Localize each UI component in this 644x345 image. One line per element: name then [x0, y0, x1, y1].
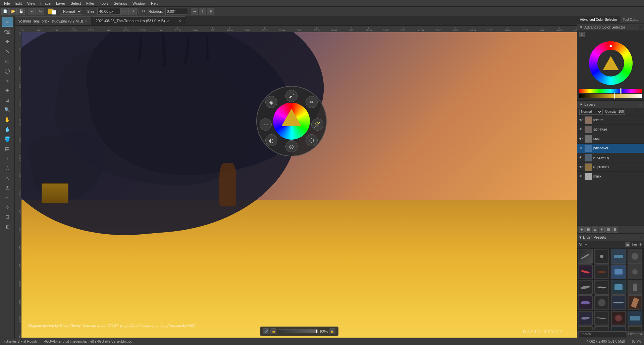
- save-file-button[interactable]: 💾: [17, 8, 25, 15]
- panel-wheel-outer[interactable]: [589, 41, 633, 85]
- layer-visibility-dust[interactable]: 👁: [579, 137, 583, 141]
- brush-presets-menu-icon[interactable]: ☰: [640, 235, 643, 239]
- menu-item-view[interactable]: View: [24, 0, 38, 6]
- vector-tool[interactable]: ⬡: [2, 163, 13, 173]
- fill-tool[interactable]: 🪣: [2, 134, 13, 144]
- add-layer-button[interactable]: +: [579, 227, 585, 233]
- brush-preset-20[interactable]: [628, 311, 642, 326]
- size-increase-button[interactable]: +: [129, 8, 137, 15]
- color-picker-tool[interactable]: 💧: [2, 125, 13, 134]
- panel-color-wheel-area[interactable]: [577, 38, 644, 88]
- layer-visibility-texture[interactable]: 👁: [579, 118, 583, 122]
- move-layer-up-button[interactable]: ▲: [592, 227, 598, 233]
- menu-item-settings[interactable]: Settings: [111, 0, 130, 6]
- brush-preset-7[interactable]: [611, 264, 626, 279]
- add-tag-button[interactable]: +: [584, 243, 588, 246]
- menu-item-edit[interactable]: Edit: [13, 0, 24, 6]
- eraser-tool[interactable]: ⌫: [2, 27, 13, 37]
- wheel-tool-1[interactable]: 🖌: [285, 90, 298, 102]
- zoom-tool[interactable]: 🔍: [2, 105, 13, 114]
- layer-item-texture[interactable]: 👁 texture: [577, 115, 644, 125]
- measure-tool[interactable]: ⌓: [2, 193, 13, 202]
- tab-reference-image[interactable]: yoshida_seiji_brick_study.png (9.2 MiB) …: [15, 16, 91, 25]
- smart-patch-tool[interactable]: ⊹: [2, 202, 13, 212]
- layer-visibility-paint-over[interactable]: 👁: [579, 146, 583, 151]
- menu-item-help[interactable]: Help: [148, 0, 161, 6]
- ellipse-select-tool[interactable]: ◯: [2, 66, 13, 76]
- brush-preset-15[interactable]: [611, 295, 626, 310]
- mirror-v-button[interactable]: ↕: [199, 8, 206, 15]
- brush-grid-view-button[interactable]: ⊞: [625, 242, 630, 247]
- freehand-select-tool[interactable]: ⌖: [2, 76, 13, 85]
- menu-item-file[interactable]: File: [1, 0, 13, 6]
- gradient-tool[interactable]: ▤: [2, 144, 13, 153]
- layer-item-precolor[interactable]: 👁 ▶ precolor: [577, 162, 644, 172]
- screen-color-tool[interactable]: ◐: [2, 222, 13, 231]
- move-tool[interactable]: ✥: [2, 37, 13, 46]
- brush-preset-11[interactable]: [611, 280, 626, 295]
- brush-preset-18[interactable]: [594, 311, 609, 326]
- add-group-button[interactable]: ⊞: [585, 227, 591, 233]
- brush-preset-24[interactable]: [628, 326, 642, 330]
- brush-preset-21[interactable]: [578, 326, 593, 330]
- tab-close-2[interactable]: ×: [167, 18, 169, 23]
- tab-main-painting[interactable]: 2021-08-28_The-Treasure.kra (531.0 MiB) …: [92, 16, 185, 25]
- blend-mode-dropdown[interactable]: Normal: [60, 8, 82, 15]
- layer-item-signature[interactable]: 👁 signature: [577, 125, 644, 134]
- layers-blend-mode[interactable]: Normal: [579, 109, 603, 115]
- menu-item-layer[interactable]: Layer: [53, 0, 68, 6]
- crop-tool[interactable]: ⊡: [2, 95, 13, 105]
- brush-preset-19[interactable]: [611, 311, 626, 326]
- menu-item-filter[interactable]: Filter: [84, 0, 97, 6]
- layer-item-paint-over[interactable]: 👁 paint-over: [577, 144, 644, 153]
- layer-visibility-drawing[interactable]: 👁: [579, 155, 583, 160]
- brush-preset-17[interactable]: [578, 311, 593, 326]
- wheel-tool-2[interactable]: ✏: [306, 96, 318, 108]
- pan-tool[interactable]: ✋: [2, 115, 13, 124]
- shape-tool[interactable]: △: [2, 173, 13, 183]
- size-input[interactable]: [97, 8, 121, 15]
- layer-visibility-precolor[interactable]: 👁: [579, 165, 583, 169]
- new-file-button[interactable]: 📄: [1, 8, 9, 15]
- freehand-brush-tool[interactable]: ✏: [2, 17, 13, 27]
- brush-lock-button[interactable]: 🔒: [270, 328, 276, 334]
- brush-opacity-lock[interactable]: 🔒: [329, 328, 335, 334]
- layer-visibility-signature[interactable]: 👁: [579, 127, 583, 132]
- layers-menu-icon[interactable]: ☰: [639, 102, 642, 106]
- brush-preset-3[interactable]: [611, 249, 626, 264]
- menu-item-window[interactable]: Window: [130, 0, 148, 6]
- wheel-tool-3[interactable]: 🪄: [311, 118, 323, 131]
- filter-in-button[interactable]: ⊕: [640, 332, 643, 336]
- painting-canvas[interactable]: Original artwork by David Revoy, license…: [21, 32, 577, 338]
- brush-preset-1[interactable]: [578, 249, 593, 264]
- layers-opacity-input[interactable]: [605, 109, 625, 115]
- brush-wheel-popup[interactable]: 🖌 ✏ 🪄 ⬡ ◎ ◐ ⊹ ◈: [256, 86, 327, 156]
- hue-bar-value[interactable]: [579, 94, 642, 98]
- wheel-tool-4[interactable]: ⬡: [306, 134, 318, 146]
- brush-preset-14[interactable]: [594, 295, 609, 310]
- undo-button[interactable]: ↩: [29, 8, 36, 15]
- menu-item-image[interactable]: Image: [38, 0, 53, 6]
- wheel-tool-8[interactable]: ◈: [265, 96, 277, 108]
- layer-item-drawing[interactable]: 👁 ▶ drawing: [577, 153, 644, 162]
- mirror-h-button[interactable]: ⇔: [191, 8, 198, 15]
- brush-search-input[interactable]: [579, 331, 627, 337]
- brush-preset-8[interactable]: [628, 264, 642, 279]
- text-tool[interactable]: T: [2, 154, 13, 163]
- color-settings-button[interactable]: ⚙: [579, 32, 585, 37]
- brush-preset-6[interactable]: [594, 264, 609, 279]
- panel-menu-icon[interactable]: ☰: [639, 25, 642, 29]
- duplicate-layer-button[interactable]: ⊟: [605, 227, 611, 233]
- brush-preset-23[interactable]: [611, 326, 626, 330]
- rotation-input[interactable]: [165, 8, 187, 15]
- transform-tool[interactable]: ⤡: [2, 47, 13, 56]
- brush-preset-2[interactable]: [594, 249, 609, 264]
- brush-preset-12[interactable]: [628, 280, 642, 295]
- tab-close-x[interactable]: ✕: [178, 18, 181, 23]
- brush-preset-13[interactable]: [578, 295, 593, 310]
- wheel-tool-5[interactable]: ◎: [285, 140, 298, 152]
- tab-advanced-color[interactable]: Advanced Color Selector: [577, 16, 620, 23]
- assistant-tool[interactable]: ◎: [2, 183, 13, 192]
- layer-item-mask[interactable]: 👁 mask: [577, 172, 644, 181]
- contiguous-select-tool[interactable]: ◈: [2, 86, 13, 95]
